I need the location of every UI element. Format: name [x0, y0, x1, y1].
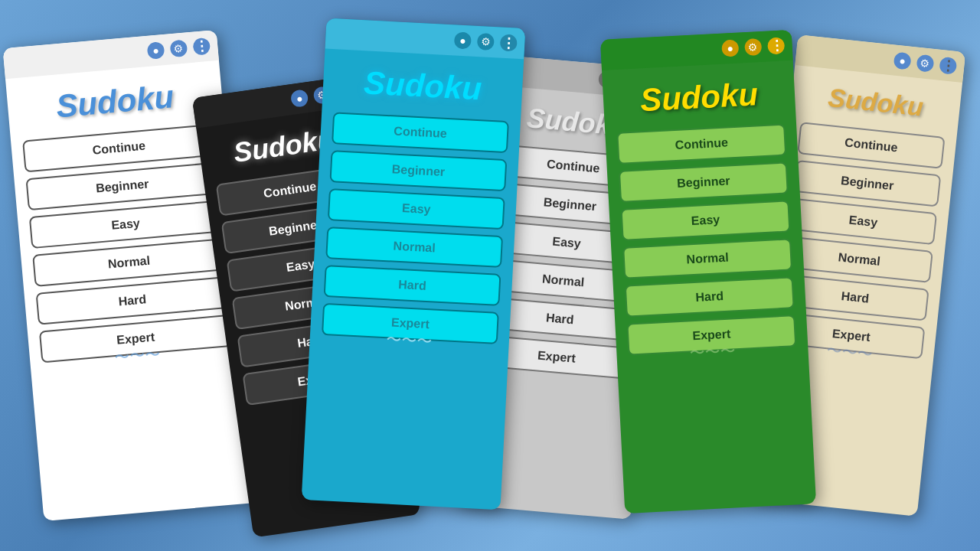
settings-icon-1[interactable]: ⚙ — [169, 39, 188, 57]
btn-normal-5[interactable]: Normal — [622, 238, 792, 279]
card5-body: Sudoku Continue Beginner Easy Normal Har… — [602, 60, 808, 372]
settings-icon-6[interactable]: ⚙ — [916, 54, 934, 73]
menu-icon-6[interactable]: ⋮ — [939, 57, 957, 75]
btn-hard-3[interactable]: Hard — [324, 265, 501, 306]
water-wave-5: 〜〜〜 — [689, 341, 736, 364]
theme-icon-3[interactable]: ● — [454, 31, 472, 49]
water-wave-1: 〜〜〜 — [113, 344, 161, 368]
btn-beginner-3[interactable]: Beginner — [329, 150, 507, 191]
water-wave-3: 〜〜〜 — [386, 329, 433, 352]
theme-icon-2[interactable]: ● — [290, 89, 309, 108]
sudoku-title-5: Sudoku — [639, 76, 759, 119]
menu-icon-5[interactable]: ⋮ — [767, 37, 785, 54]
btn-continue-3[interactable]: Continue — [332, 112, 509, 153]
btn-easy-5[interactable]: Easy — [621, 200, 791, 240]
btn-beginner-5[interactable]: Beginner — [619, 161, 789, 202]
btn-hard-5[interactable]: Hard — [625, 276, 795, 317]
theme-icon-1[interactable]: ● — [147, 41, 165, 60]
water-wave-6: 〜〜〜 — [825, 340, 873, 365]
phone-card-green: ● ⚙ ⋮ Sudoku Continue Beginner Easy Norm… — [600, 30, 816, 514]
settings-icon-5[interactable]: ⚙ — [744, 38, 762, 56]
phone-card-cyan: ● ⚙ ⋮ Sudoku Continue Beginner Easy Norm… — [302, 18, 526, 510]
theme-icon-5[interactable]: ● — [721, 40, 739, 57]
card3-body: Sudoku Continue Beginner Easy Normal Har… — [309, 49, 524, 360]
sudoku-title-1: Sudoku — [54, 78, 175, 125]
btn-easy-3[interactable]: Easy — [328, 188, 505, 230]
settings-icon-3[interactable]: ⚙ — [477, 33, 495, 51]
menu-icon-1[interactable]: ⋮ — [192, 37, 211, 56]
menu-icon-3[interactable]: ⋮ — [500, 34, 518, 52]
sudoku-title-6: Sudoku — [827, 83, 925, 122]
btn-normal-3[interactable]: Normal — [325, 227, 503, 268]
sudoku-title-3: Sudoku — [363, 64, 482, 107]
theme-icon-6[interactable]: ● — [893, 52, 912, 70]
btn-continue-5[interactable]: Continue — [616, 124, 786, 165]
